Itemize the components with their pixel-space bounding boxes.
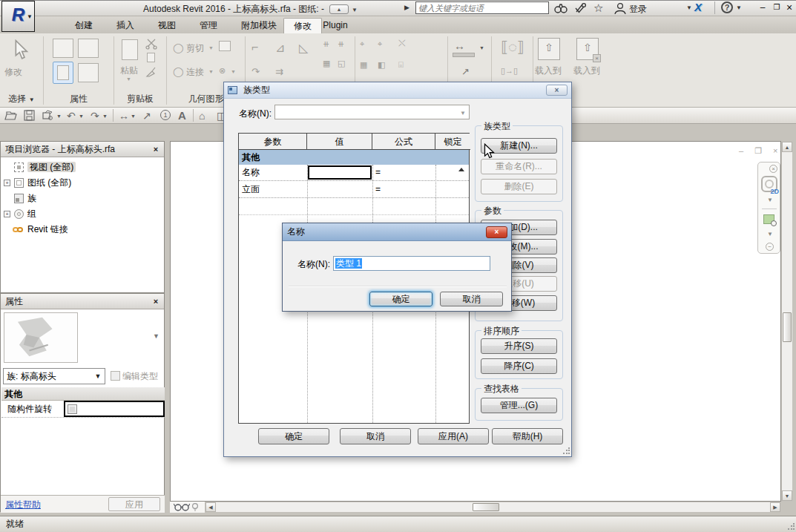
unpin-icon[interactable]: ⌖	[378, 39, 382, 49]
col-header-value[interactable]: 值	[307, 134, 372, 150]
tab-create[interactable]: 创建	[63, 18, 105, 33]
pin2-icon[interactable]: ⌻	[398, 60, 404, 70]
window-resize-grip[interactable]	[787, 523, 795, 531]
rename-type-button[interactable]: 重命名(R)...	[481, 159, 557, 174]
properties-toggle-button[interactable]	[53, 62, 73, 84]
family-type-combobox[interactable]: 族: 标高标头 ▼	[3, 368, 105, 384]
family-types-icon[interactable]	[78, 39, 99, 58]
tab-view[interactable]: 视图	[146, 18, 188, 33]
tree-item-sheets[interactable]: + 图纸 (全部)	[1, 175, 164, 191]
group-edit-icon[interactable]: ◧	[378, 60, 385, 70]
load-into-project-label[interactable]: 载入到	[535, 65, 562, 77]
reveal-hidden-glasses-icon[interactable]	[174, 502, 190, 512]
cut-geometry-icon[interactable]: ◯	[173, 42, 184, 53]
rotate-checkbox[interactable]	[68, 404, 77, 414]
tab-modify[interactable]: 修改	[283, 18, 322, 33]
tab-insert[interactable]: 插入	[105, 18, 146, 33]
horizontal-scrollbar[interactable]: ◀ ▶	[205, 502, 781, 513]
navbar-close-icon[interactable]: ×	[769, 165, 777, 173]
help-button[interactable]: 帮助(H)	[492, 428, 563, 444]
text-icon[interactable]: A	[178, 109, 186, 122]
tree-item-families[interactable]: 族	[1, 191, 164, 206]
preview-dropdown-icon[interactable]: ▼	[153, 332, 159, 340]
view-window-controls[interactable]: – ❐ ×	[739, 146, 783, 156]
properties-close-icon[interactable]: ×	[151, 296, 161, 306]
sort-ascending-button[interactable]: 升序(S)	[481, 338, 557, 354]
expand-icon[interactable]: +	[4, 180, 10, 186]
trim-icon[interactable]: ⊿	[275, 41, 285, 55]
delete-type-button[interactable]: 删除(E)	[481, 179, 557, 194]
synchronize-caret-icon[interactable]: ▼	[56, 114, 62, 119]
aligned-dimension-icon[interactable]: ↗	[461, 66, 470, 77]
edit-type-button[interactable]: 编辑类型	[111, 368, 164, 384]
tree-item-views[interactable]: 视图 (全部)	[1, 160, 164, 175]
properties-help-link[interactable]: 属性帮助	[5, 499, 41, 511]
properties-apply-button[interactable]: 应用	[108, 497, 160, 511]
ribbon-collapse-caret-icon[interactable]: ▼	[352, 7, 358, 13]
wheel-caret-icon[interactable]: ▼	[767, 197, 773, 203]
help-caret-icon[interactable]: ▼	[736, 4, 742, 11]
favorites-star-icon[interactable]: ☆	[593, 1, 608, 15]
default-3d-view-icon[interactable]: ⌂	[199, 109, 205, 122]
cut-geometry-label[interactable]: 剪切	[186, 42, 204, 55]
create-similar-icon[interactable]: ⟦◌⟧	[501, 38, 524, 56]
name-dialog-close-button[interactable]: ×	[486, 226, 507, 238]
family-types-close-button[interactable]: ×	[546, 85, 568, 96]
properties-sheet-icon[interactable]	[53, 39, 73, 58]
name-cancel-button[interactable]: 取消	[440, 292, 503, 306]
panel-label-clipboard[interactable]: 剪贴板	[114, 93, 166, 105]
paste-caret-icon[interactable]: ▼	[126, 76, 131, 82]
project-browser-title[interactable]: 项目浏览器 - 上标高标头.rfa	[1, 142, 164, 157]
join-geometry-label[interactable]: 连接	[186, 66, 204, 79]
align-icon[interactable]: ⧺	[323, 39, 329, 49]
tree-item-revit-links[interactable]: Revit 链接	[1, 222, 164, 237]
signin-caret-icon[interactable]: ▼	[686, 4, 692, 11]
apply-button[interactable]: 应用(A)	[418, 428, 489, 444]
expand-icon[interactable]: +	[4, 211, 10, 217]
move-icon[interactable]: ⇉	[275, 66, 283, 77]
unjoin-caret-icon[interactable]: ▼	[231, 69, 236, 74]
help-search-box[interactable]	[415, 1, 549, 14]
split-icon[interactable]: ◺	[299, 41, 308, 55]
close-button[interactable]: ×	[783, 2, 795, 13]
cope-icon[interactable]	[219, 41, 231, 51]
zoom-caret-icon[interactable]: ▼	[767, 231, 773, 237]
undo-icon[interactable]: ↶	[67, 109, 76, 122]
property-value-cell[interactable]	[64, 401, 165, 417]
application-menu-button[interactable]: R ▼	[1, 1, 35, 32]
load-into-project-icon[interactable]: ⇧	[538, 38, 560, 60]
vscroll-thumb[interactable]	[783, 312, 792, 342]
maximize-button[interactable]: ❐	[771, 2, 783, 13]
elevation-formula-cell[interactable]: =	[375, 182, 381, 197]
hscroll-thumb[interactable]	[473, 503, 499, 511]
redo-caret-icon[interactable]: ▼	[102, 114, 108, 119]
search-input[interactable]	[416, 2, 548, 13]
aligned-dimension-qat-icon[interactable]: ↗	[142, 109, 151, 122]
sort-descending-button[interactable]: 降序(C)	[481, 358, 557, 374]
table-group-row-other[interactable]: 其他	[239, 150, 469, 165]
col-header-parameter[interactable]: 参数	[239, 134, 307, 150]
ribbon-collapse-button[interactable]: ▲	[329, 4, 349, 14]
signin-label[interactable]: 登录	[629, 3, 647, 16]
undo-caret-icon[interactable]: ▼	[79, 114, 84, 119]
scale-icon[interactable]: ◱	[338, 59, 345, 68]
panel-label-select[interactable]: 选择 ▼	[0, 93, 43, 105]
steering-wheel-icon[interactable]: 2D	[761, 176, 777, 192]
type-name-caret-icon[interactable]: ▼	[460, 110, 466, 116]
open-icon[interactable]	[4, 110, 18, 123]
measure-caret-icon[interactable]: ▼	[479, 45, 484, 50]
family-category-icon[interactable]	[78, 63, 99, 82]
signin-person-icon[interactable]	[613, 1, 628, 15]
rotate-icon[interactable]: ↷	[251, 66, 260, 77]
family-combo-caret-icon[interactable]: ▼	[92, 370, 104, 383]
save-icon[interactable]	[24, 110, 35, 123]
measure-icon[interactable]: ↔	[454, 39, 465, 52]
col-header-formula[interactable]: 公式	[372, 134, 435, 150]
name-dialog-title[interactable]: 名称	[283, 223, 511, 241]
measure-qat-caret-icon[interactable]: ▼	[131, 114, 136, 119]
type-name-combobox[interactable]: ▼	[274, 105, 470, 119]
col-header-lock[interactable]: 锁定	[435, 134, 470, 150]
dialog-resize-grip[interactable]	[562, 447, 570, 455]
delete-pin-icon[interactable]: ⤬	[398, 38, 406, 48]
scroll-down-icon[interactable]: ▼	[782, 490, 792, 501]
